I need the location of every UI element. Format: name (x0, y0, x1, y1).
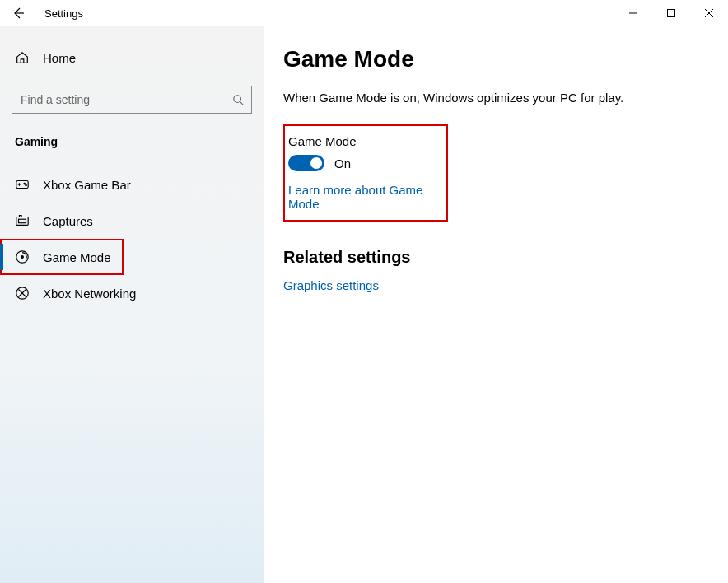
game-mode-toggle[interactable] (288, 155, 324, 171)
svg-rect-6 (19, 219, 26, 223)
close-icon (705, 9, 713, 17)
back-button[interactable] (0, 0, 36, 26)
nav-item-xbox-game-bar[interactable]: Xbox Game Bar (0, 166, 264, 203)
game-bar-icon (15, 177, 30, 192)
svg-rect-0 (668, 10, 675, 17)
nav-item-xbox-networking[interactable]: Xbox Networking (0, 275, 264, 311)
title-bar: Settings (0, 0, 728, 26)
game-mode-section: Game Mode On Learn more about Game Mode (283, 124, 448, 222)
home-nav[interactable]: Home (0, 41, 264, 74)
nav-item-captures[interactable]: Captures (0, 203, 264, 239)
window-title: Settings (36, 7, 83, 20)
window-controls (614, 0, 728, 26)
nav-label: Game Mode (43, 250, 111, 264)
related-settings-heading: Related settings (283, 248, 695, 267)
close-button[interactable] (690, 0, 728, 26)
nav-item-game-mode[interactable]: Game Mode (0, 239, 124, 275)
xbox-networking-icon (15, 286, 30, 301)
arrow-left-icon (12, 7, 25, 20)
svg-point-8 (21, 256, 24, 259)
toggle-label: Game Mode (288, 134, 436, 148)
home-icon (15, 50, 30, 65)
minimize-button[interactable] (614, 0, 652, 26)
sidebar: Home Gaming Xbox Game Bar (0, 26, 264, 583)
search-input[interactable] (12, 86, 252, 114)
nav-label: Xbox Networking (43, 287, 136, 301)
toggle-row: On (288, 155, 436, 171)
toggle-state-text: On (334, 156, 351, 170)
page-description: When Game Mode is on, Windows optimizes … (283, 91, 695, 105)
graphics-settings-link[interactable]: Graphics settings (283, 278, 379, 292)
category-label: Gaming (0, 127, 264, 166)
maximize-button[interactable] (652, 0, 690, 26)
maximize-icon (667, 9, 675, 17)
page-title: Game Mode (283, 46, 695, 72)
learn-more-link[interactable]: Learn more about Game Mode (288, 183, 436, 211)
nav-label: Xbox Game Bar (43, 178, 131, 192)
svg-point-4 (26, 184, 26, 185)
game-mode-icon (15, 250, 30, 264)
minimize-icon (629, 9, 637, 17)
svg-point-3 (24, 183, 25, 184)
captures-icon (15, 213, 30, 228)
main-content: Game Mode When Game Mode is on, Windows … (264, 26, 728, 583)
nav-label: Captures (43, 214, 93, 228)
home-label: Home (43, 51, 76, 65)
search-container (12, 86, 252, 114)
